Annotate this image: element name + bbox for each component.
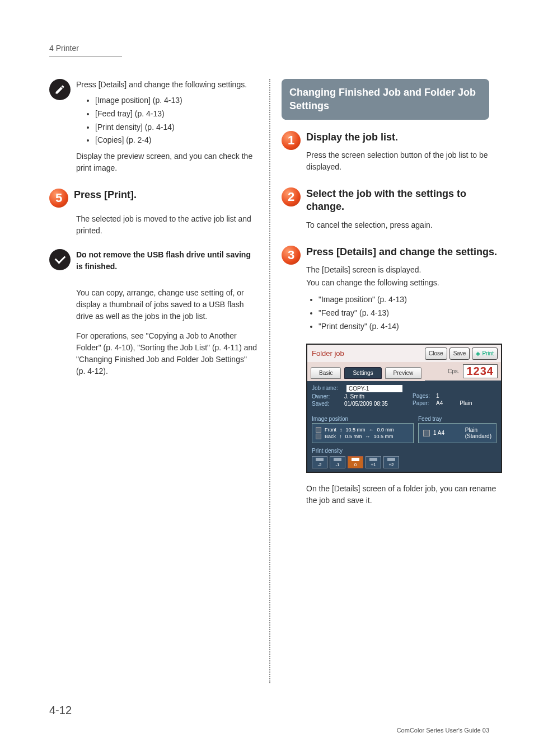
v-owner: J. Smith (344, 393, 364, 400)
tip-item: [Feed tray] (p. 4-13) (95, 107, 258, 121)
tip-list: [Image position] (p. 4-13) [Feed tray] (… (95, 94, 258, 147)
tip-item: [Copies] (p. 2-4) (95, 134, 258, 147)
left-para-3: For operations, see "Copying a Job to An… (76, 330, 258, 377)
feed-standard: (Standard) (465, 433, 491, 439)
k-owner: Owner: (312, 393, 344, 400)
step-1-para: Press the screen selection button of the… (306, 149, 489, 173)
scr-save-button[interactable]: Save (449, 348, 470, 360)
warning-text: Do not remove the USB flash drive until … (76, 249, 258, 273)
img-pos-label: Image position (312, 416, 414, 422)
scr-close-button[interactable]: Close (425, 348, 447, 360)
step-3-para1: The [Details] screen is displayed. (306, 264, 502, 276)
page-icon (316, 434, 321, 439)
step-badge-1: 1 (282, 131, 301, 150)
tab-preview[interactable]: Preview (385, 367, 422, 379)
left-para-2: You can copy, arrange, change use settin… (76, 287, 258, 322)
footer-text: ComColor Series User's Guide 03 (397, 727, 489, 734)
tip-para: Display the preview screen, and you can … (76, 151, 258, 174)
tip-item: [Image position] (p. 4-13) (95, 94, 258, 107)
density-p2[interactable]: +2 (383, 456, 399, 468)
details-screenshot: Folder job Close Save ◈Print Basic Setti… (306, 344, 502, 473)
step-2-title: Select the job with the settings to chan… (306, 187, 489, 214)
screenshot-caption: On the [Details] screen of a folder job,… (306, 483, 502, 506)
density-label: Print density (312, 448, 496, 454)
k-pages: Pages: (413, 393, 436, 399)
tip-item: [Print density] (p. 4-14) (95, 121, 258, 134)
step-5-title: Press [Print]. (74, 189, 258, 201)
step-3-para2: You can change the following settings. (306, 277, 502, 289)
tab-basic[interactable]: Basic (311, 367, 341, 379)
tray-icon (423, 430, 430, 436)
k-jobname: Job name: (312, 385, 344, 392)
density-n1[interactable]: -1 (330, 456, 345, 468)
step-badge-2: 2 (282, 187, 301, 206)
tab-settings[interactable]: Settings (344, 367, 381, 379)
jobname-field[interactable]: COPY-1 (346, 385, 402, 392)
scr-window-title: Folder job (312, 349, 344, 358)
step-5-para: The selected job is moved to the active … (76, 213, 258, 237)
note-icon (49, 79, 71, 100)
v-saved: 01/05/2009 08:35 (344, 401, 388, 407)
step-3-item: "Print density" (p. 4-14) (318, 320, 502, 334)
tip-intro: Press [Details] and change the following… (76, 79, 258, 91)
header-chapter: 4 Printer (49, 44, 122, 57)
section-title: Changing Finished Job and Folder Job Set… (282, 79, 489, 120)
step-1-title: Display the job list. (306, 131, 489, 144)
step-badge-3: 3 (282, 246, 301, 265)
density-p1[interactable]: +1 (366, 456, 381, 468)
feed-tray-panel[interactable]: 1 A4 Plain (Standard) (418, 423, 496, 443)
cps-label: Cps. (448, 368, 460, 374)
density-0[interactable]: 0 (348, 456, 363, 468)
cps-value: 1234 (463, 364, 498, 378)
step-3-item: "Feed tray" (p. 4-13) (318, 307, 502, 320)
k-paper: Paper: (413, 400, 436, 406)
v-paper: A4 (436, 400, 443, 406)
image-position-panel[interactable]: Front↕10.5 mm↔0.0 mm Back↑0.5 mm↔10.5 mm (312, 423, 414, 443)
feed-plain: Plain (465, 427, 491, 433)
step-badge-5: 5 (49, 189, 68, 208)
v-pages: 1 (436, 393, 439, 399)
step-2-para: To cancel the selection, press again. (306, 219, 489, 231)
page-icon (316, 427, 321, 433)
v-paper-type: Plain (460, 400, 472, 406)
k-saved: Saved: (312, 401, 344, 407)
feed-tray-value: 1 A4 (433, 430, 444, 436)
step-3-list: "Image position" (p. 4-13) "Feed tray" (… (318, 293, 502, 333)
page-number: 4-12 (49, 704, 72, 717)
step-3-title: Press [Details] and change the settings. (306, 246, 502, 259)
density-n2[interactable]: -2 (312, 456, 327, 468)
warning-icon (49, 249, 71, 270)
step-3-item: "Image position" (p. 4-13) (318, 293, 502, 307)
feed-tray-label: Feed tray (418, 416, 496, 422)
scr-print-button[interactable]: ◈Print (472, 348, 498, 360)
